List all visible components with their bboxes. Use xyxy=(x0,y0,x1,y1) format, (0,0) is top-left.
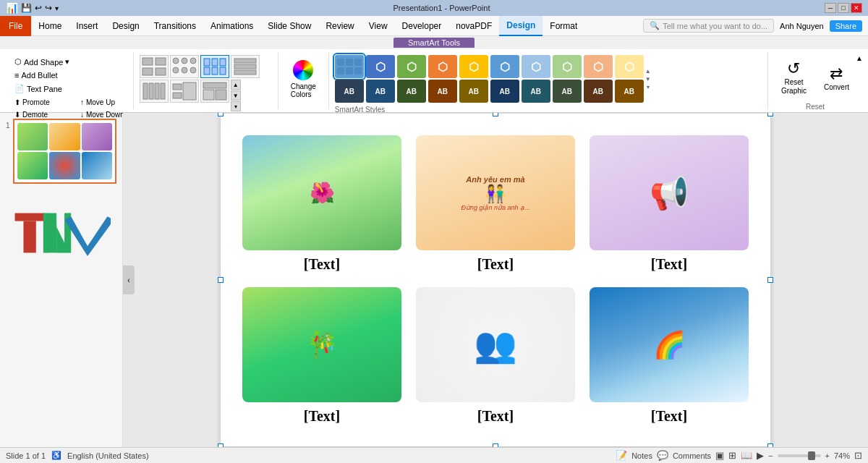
save-icon[interactable]: 💾 xyxy=(21,3,32,13)
add-shape-button[interactable]: ⬡ Add Shape ▾ xyxy=(12,56,72,68)
style-btn-17[interactable]: AB xyxy=(522,80,550,103)
maximize-button[interactable]: □ xyxy=(838,3,849,13)
menu-review[interactable]: Review xyxy=(318,16,361,36)
menu-design-active[interactable]: Design xyxy=(499,16,542,36)
add-bullet-button[interactable]: ≡ Add Bullet xyxy=(12,69,61,81)
zoom-minus[interactable]: − xyxy=(768,451,773,460)
menu-animations[interactable]: Animations xyxy=(203,16,260,36)
layout-item-5[interactable] xyxy=(140,80,169,103)
style-btn-10[interactable]: ⬡ xyxy=(615,55,644,78)
close-button[interactable]: ✕ xyxy=(851,3,862,13)
slide-canvas[interactable]: 🌺 [Text] Anh yêu em mà 👫 Đừng giận nữa a… xyxy=(221,114,770,446)
smartart-cell-4[interactable]: 🎋 [Text] xyxy=(242,287,401,425)
layout-item-2[interactable] xyxy=(170,55,199,78)
layout-scroll-down[interactable]: ▼ xyxy=(231,90,241,101)
style-btn-11[interactable]: AB xyxy=(335,80,364,103)
collapse-panel-handle[interactable]: ‹ xyxy=(123,266,135,294)
smartart-cell-5[interactable]: 👥 [Text] xyxy=(416,287,575,425)
layout-scroll-more[interactable]: ▾ xyxy=(231,101,241,111)
text-pane-button[interactable]: 📄 Text Pane xyxy=(12,82,65,95)
smartart-cell-1[interactable]: 🌺 [Text] xyxy=(242,135,401,273)
menu-insert[interactable]: Insert xyxy=(69,16,105,36)
smartart-cell-2[interactable]: Anh yêu em mà 👫 Đừng giận nữa anh ạ... [… xyxy=(416,135,575,273)
user-name[interactable]: Anh Nguyen xyxy=(780,22,824,30)
slideshow-icon[interactable]: ▶ xyxy=(757,450,764,461)
layout-item-3[interactable] xyxy=(200,55,229,78)
handle-tr[interactable] xyxy=(767,113,773,116)
accessibility-icon[interactable]: ♿ xyxy=(51,451,61,460)
minimize-button[interactable]: ─ xyxy=(825,3,836,13)
style-scroll-down[interactable]: ▼ xyxy=(645,76,651,82)
menu-home[interactable]: Home xyxy=(31,16,69,36)
tell-me-input[interactable]: 🔍 Tell me what you want to do... xyxy=(643,19,774,33)
promote-button[interactable]: ⬆ Promote xyxy=(12,97,66,108)
style-btn-20[interactable]: AB xyxy=(615,80,644,103)
svg-rect-20 xyxy=(149,83,153,99)
svg-rect-26 xyxy=(203,82,226,88)
style-btn-5[interactable]: ⬡ xyxy=(459,55,488,78)
style-btn-14[interactable]: AB xyxy=(428,80,457,103)
handle-mr[interactable] xyxy=(767,277,773,283)
smartart-cell-3[interactable]: 📢 [Text] xyxy=(590,135,749,273)
zoom-plus[interactable]: + xyxy=(825,451,830,460)
zoom-slider[interactable] xyxy=(778,454,821,457)
smartart-cell-6[interactable]: 🌈 [Text] xyxy=(590,287,749,425)
convert-button[interactable]: ⇄ Convert xyxy=(817,55,856,100)
smartart-img-1: 🌺 xyxy=(242,135,401,250)
normal-view-icon[interactable]: ▣ xyxy=(715,450,724,461)
style-btn-8[interactable]: ⬡ xyxy=(553,55,582,78)
style-btn-9[interactable]: ⬡ xyxy=(584,55,613,78)
handle-br[interactable] xyxy=(767,443,773,447)
style-btn-16[interactable]: AB xyxy=(490,80,519,103)
layout-scroll-up[interactable]: ▲ xyxy=(231,80,241,90)
comments-button[interactable]: 💬 xyxy=(657,450,668,461)
status-left: Slide 1 of 1 ♿ English (United States) xyxy=(6,451,149,460)
move-up-button[interactable]: ↑ Move Up xyxy=(77,97,127,108)
style-scroll-up[interactable]: ▲ xyxy=(645,68,651,75)
menu-view[interactable]: View xyxy=(362,16,395,36)
style-btn-13[interactable]: AB xyxy=(397,80,426,103)
menu-developer[interactable]: Developer xyxy=(395,16,449,36)
menu-design[interactable]: Design xyxy=(105,16,146,36)
slide-thumbnail-1[interactable] xyxy=(13,119,116,184)
handle-bl[interactable] xyxy=(218,443,224,447)
add-shape-dropdown-icon[interactable]: ▾ xyxy=(65,57,69,67)
reset-graphic-button[interactable]: ↺ ResetGraphic xyxy=(774,55,814,100)
menu-file[interactable]: File xyxy=(0,16,31,36)
layout-item-4[interactable] xyxy=(231,55,260,78)
handle-ml[interactable] xyxy=(218,277,224,283)
style-btn-2[interactable]: ⬡ xyxy=(366,55,395,78)
fit-slide-icon[interactable]: ⊡ xyxy=(854,450,862,461)
style-btn-4[interactable]: ⬡ xyxy=(428,55,457,78)
ribbon-collapse-button[interactable]: ▲ xyxy=(854,52,865,64)
change-colors-button[interactable]: ChangeColors xyxy=(291,60,316,98)
style-btn-15[interactable]: AB xyxy=(459,80,488,103)
menu-slideshow[interactable]: Slide Show xyxy=(260,16,318,36)
style-btn-18[interactable]: AB xyxy=(553,80,582,103)
style-btn-7[interactable]: ⬡ xyxy=(522,55,550,78)
style-scroll-more[interactable]: ▾ xyxy=(647,84,650,90)
menu-transitions[interactable]: Transitions xyxy=(147,16,203,36)
layout-item-7[interactable] xyxy=(200,80,229,103)
layout-item-1[interactable] xyxy=(140,55,169,78)
notes-button[interactable]: 📝 xyxy=(616,450,627,461)
style-btn-6[interactable]: ⬡ xyxy=(490,55,519,78)
layout-item-6[interactable] xyxy=(170,80,199,103)
style-btn-1[interactable] xyxy=(335,55,364,78)
handle-bm[interactable] xyxy=(493,443,498,447)
svg-rect-25 xyxy=(183,82,196,100)
zoom-level[interactable]: 74% xyxy=(834,451,850,460)
redo-icon[interactable]: ↪ xyxy=(45,3,52,13)
convert-icon: ⇄ xyxy=(830,64,843,83)
reading-view-icon[interactable]: 📖 xyxy=(741,450,752,461)
style-btn-19[interactable]: AB xyxy=(584,80,613,103)
slide-sorter-icon[interactable]: ⊞ xyxy=(728,450,736,461)
style-btn-3[interactable]: ⬡ xyxy=(397,55,426,78)
undo-icon[interactable]: ↩ xyxy=(35,3,42,13)
menu-novapdf[interactable]: novaPDF xyxy=(448,16,499,36)
handle-tm[interactable] xyxy=(493,113,498,116)
style-btn-12[interactable]: AB xyxy=(366,80,395,103)
handle-tl[interactable] xyxy=(218,113,224,116)
share-button[interactable]: Share xyxy=(830,20,862,32)
menu-format[interactable]: Format xyxy=(542,16,584,36)
